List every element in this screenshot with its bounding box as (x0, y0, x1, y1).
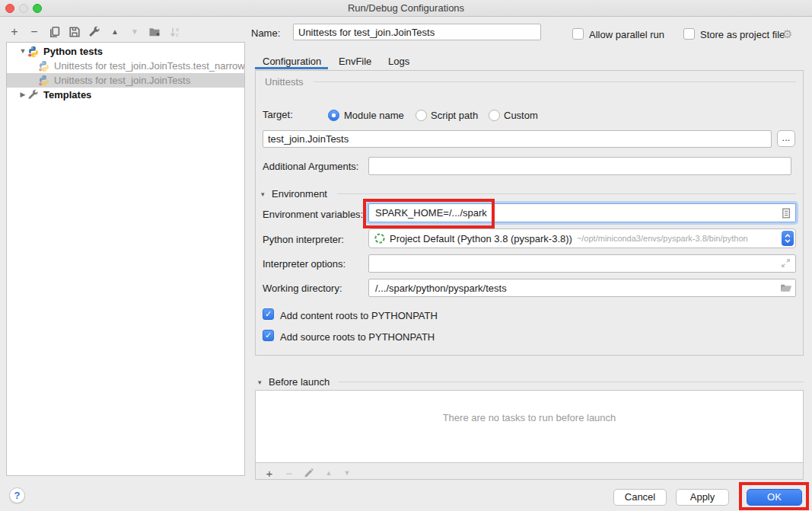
python-interpreter-value: Project Default (Python 3.8 (pyspark-3.8… (390, 233, 572, 244)
interpreter-options-field[interactable] (368, 254, 796, 273)
save-configuration-button[interactable] (67, 24, 82, 40)
move-down-button[interactable]: ▼ (127, 24, 142, 40)
add-icon: + (11, 24, 18, 40)
tab-logs[interactable]: Logs (388, 53, 409, 70)
create-folder-button[interactable] (147, 24, 162, 40)
save-icon (68, 26, 81, 38)
section-divider (337, 193, 796, 194)
tree-item-templates[interactable]: ▶ Templates (7, 88, 244, 102)
move-up-icon: ▲ (111, 24, 119, 40)
before-launch-move-up-button[interactable]: ▲ (321, 465, 336, 481)
conda-env-icon (374, 232, 386, 244)
chevron-right-icon[interactable]: ▶ (18, 88, 27, 102)
unittests-section-title: Unittests (265, 76, 304, 88)
python-test-icon (38, 75, 50, 87)
add-content-roots-checkbox[interactable]: ✓ (263, 308, 274, 320)
before-launch-panel: There are no tasks to run before launch … (255, 390, 804, 480)
environment-section-title[interactable]: Environment (272, 188, 327, 200)
radio-custom[interactable] (489, 110, 500, 121)
environment-variables-field[interactable] (368, 203, 796, 222)
tree-item-python-tests[interactable]: ▼ Python tests (7, 44, 244, 59)
remove-configuration-button[interactable]: − (27, 24, 42, 40)
section-divider (314, 81, 796, 82)
cancel-button[interactable]: Cancel (613, 489, 667, 506)
add-icon: + (266, 467, 273, 480)
add-configuration-button[interactable]: + (7, 24, 22, 40)
interpreter-options-input[interactable] (374, 257, 780, 270)
working-directory-field[interactable] (368, 279, 796, 297)
radio-module-name[interactable] (328, 110, 339, 121)
before-launch-edit-button[interactable] (301, 465, 317, 481)
name-input[interactable] (293, 24, 541, 40)
store-as-project-file-checkbox[interactable] (683, 28, 695, 40)
allow-parallel-run-checkbox[interactable] (572, 28, 584, 40)
paste-icon[interactable] (780, 207, 792, 219)
active-tab-underline (255, 67, 328, 69)
browse-button[interactable]: ... (777, 130, 795, 147)
close-button[interactable] (5, 4, 14, 13)
target-label: Target: (263, 109, 293, 120)
sort-alphabetically-icon: az (169, 26, 181, 38)
svg-text:a: a (176, 27, 179, 32)
tree-item-label: Unittests for test_join.JoinTests.test_n… (54, 59, 244, 73)
add-source-roots-checkbox[interactable]: ✓ (263, 330, 274, 341)
configurations-tree: ▼ Python tests Unittests for test_join.J… (6, 42, 245, 476)
radio-custom-label[interactable]: Custom (504, 110, 538, 121)
copy-configuration-button[interactable] (47, 24, 62, 40)
before-launch-section-title[interactable]: Before launch (269, 376, 330, 388)
tree-item-label: Python tests (43, 44, 103, 59)
add-content-roots-label: Add content roots to PYTHONPATH (280, 310, 438, 321)
tree-item-unittests-test-narrow[interactable]: Unittests for test_join.JoinTests.test_n… (7, 59, 244, 73)
additional-arguments-label: Additional Arguments: (263, 161, 358, 172)
ok-button[interactable]: OK (747, 489, 802, 506)
apply-button[interactable]: Apply (676, 489, 729, 506)
target-input[interactable] (263, 130, 772, 148)
chevron-down-icon[interactable]: ▼ (18, 44, 27, 59)
section-divider (339, 382, 804, 382)
tree-item-label: Templates (43, 88, 91, 102)
before-launch-collapse-arrow[interactable]: ▾ (258, 378, 262, 386)
environment-variables-label: Environment variables: (263, 209, 363, 220)
before-launch-add-button[interactable]: + (262, 465, 277, 481)
before-launch-task-list[interactable]: There are no tasks to run before launch (256, 391, 803, 463)
svg-text:z: z (176, 32, 179, 37)
move-up-button[interactable]: ▲ (107, 24, 123, 40)
environment-variables-input[interactable] (374, 206, 780, 219)
tree-item-unittests-jointests-selected[interactable]: Unittests for test_join.JoinTests (7, 73, 244, 88)
allow-parallel-run-label: Allow parallel run (589, 29, 664, 40)
additional-arguments-input[interactable] (368, 157, 791, 175)
interpreter-options-label: Interpreter options: (263, 258, 345, 270)
move-down-icon: ▼ (344, 469, 351, 477)
wrench-icon (27, 89, 40, 101)
remove-icon: − (286, 467, 293, 480)
move-up-icon: ▲ (326, 469, 333, 477)
working-directory-input[interactable] (374, 282, 780, 295)
wrench-icon (88, 26, 100, 38)
tab-envfile[interactable]: EnvFile (339, 53, 371, 70)
python-test-icon (27, 46, 40, 58)
radio-module-name-label[interactable]: Module name (344, 110, 404, 121)
python-interpreter-select[interactable]: Project Default (Python 3.8 (pyspark-3.8… (368, 228, 796, 248)
run-debug-configurations-dialog: Run/Debug Configurations + − ▲ ▼ az ▼ Py… (0, 0, 812, 511)
help-button[interactable]: ? (9, 487, 25, 503)
tree-item-label: Unittests for test_join.JoinTests (54, 73, 190, 88)
zoom-button[interactable] (33, 4, 42, 13)
python-test-icon (38, 60, 50, 72)
window-title: Run/Debug Configurations (348, 2, 464, 14)
expand-icon[interactable] (780, 257, 792, 270)
name-label: Name: (251, 27, 280, 39)
before-launch-remove-button[interactable]: − (282, 465, 297, 481)
folder-open-icon[interactable] (780, 282, 792, 294)
gear-icon[interactable]: ⚙ (782, 27, 792, 41)
minimize-button (19, 4, 28, 13)
radio-script-path-label[interactable]: Script path (431, 110, 478, 121)
sort-configurations-button[interactable]: az (167, 24, 183, 40)
environment-collapse-arrow[interactable]: ▾ (261, 190, 265, 198)
radio-script-path[interactable] (416, 110, 427, 121)
add-source-roots-label: Add source roots to PYTHONPATH (280, 331, 435, 343)
titlebar: Run/Debug Configurations (0, 0, 812, 17)
python-interpreter-label: Python interpreter: (263, 234, 344, 245)
combo-stepper-icon[interactable] (782, 231, 794, 246)
before-launch-move-down-button[interactable]: ▼ (339, 465, 355, 481)
edit-templates-button[interactable] (87, 24, 102, 40)
